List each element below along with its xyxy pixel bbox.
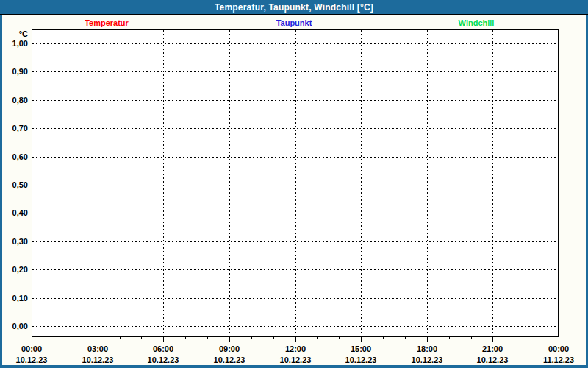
x-axis-date-label: 10.12.23 <box>280 355 312 364</box>
y-axis-tick-label: 0,80 <box>2 96 28 105</box>
y-axis-tick-label: 0,50 <box>2 180 28 189</box>
x-axis-date-label: 10.12.23 <box>412 355 443 364</box>
x-axis-date-label: 10.12.23 <box>16 355 48 364</box>
x-axis-time-label: 09:00 <box>219 344 240 353</box>
x-axis-time-label: 12:00 <box>285 344 306 353</box>
x-axis-date-label: 10.12.23 <box>82 355 114 364</box>
v-gridline <box>98 30 98 336</box>
y-axis-tick-label: 0,40 <box>2 208 28 217</box>
chart-window: Temperatur, Taupunkt, Windchill [°C] Tem… <box>0 0 588 368</box>
x-axis-date-label: 10.12.23 <box>214 355 245 364</box>
y-axis-tick-label: 0,20 <box>2 265 28 274</box>
x-major-tick <box>361 337 362 342</box>
x-axis-time-label: 21:00 <box>482 344 503 353</box>
x-minor-tick <box>251 337 252 339</box>
x-major-tick <box>492 337 493 342</box>
x-major-tick <box>559 337 559 342</box>
x-minor-tick <box>120 337 121 339</box>
legend-item-temperatur: Temperatur <box>85 18 129 28</box>
x-minor-tick <box>405 337 406 339</box>
x-minor-tick <box>537 337 537 339</box>
y-axis-tick-label: 1,00 <box>2 39 28 48</box>
x-minor-tick <box>449 337 450 339</box>
v-gridline <box>427 30 428 336</box>
x-minor-tick <box>471 337 472 339</box>
x-major-tick <box>32 337 32 342</box>
chart-title: Temperatur, Taupunkt, Windchill [°C] <box>215 2 373 13</box>
v-gridline <box>163 30 164 336</box>
x-axis-date-label: 10.12.23 <box>148 355 179 364</box>
x-minor-tick <box>273 337 274 339</box>
y-axis-tick-label: 0,70 <box>2 124 28 132</box>
y-axis-tick-label: 0,90 <box>2 67 28 76</box>
v-gridline <box>361 30 362 336</box>
x-minor-tick <box>207 337 208 339</box>
x-minor-tick <box>185 337 186 339</box>
x-major-tick <box>98 337 98 342</box>
x-axis-time-label: 00:00 <box>21 344 42 353</box>
x-minor-tick <box>383 337 384 339</box>
x-minor-tick <box>76 337 76 339</box>
x-axis-date-label: 10.12.23 <box>477 355 509 364</box>
y-axis-tick-label: 0,30 <box>2 237 28 246</box>
x-major-tick <box>295 337 296 342</box>
x-minor-tick <box>141 337 142 339</box>
x-major-tick <box>163 337 164 342</box>
x-axis-date-label: 10.12.23 <box>345 355 377 364</box>
y-axis-tick-label: 0,10 <box>2 294 28 302</box>
y-axis-tick-label: 0,00 <box>2 322 28 330</box>
x-major-tick <box>427 337 428 342</box>
legend-item-windchill: Windchill <box>459 18 495 28</box>
x-axis-time-label: 03:00 <box>87 344 108 353</box>
legend-item-taupunkt: Taupunkt <box>276 18 312 28</box>
x-axis-time-label: 18:00 <box>417 344 437 353</box>
y-axis-unit-label: °C <box>2 29 28 38</box>
x-axis-time-label: 00:00 <box>548 344 569 353</box>
y-axis-tick-label: 0,60 <box>2 152 28 161</box>
x-axis-time-label: 15:00 <box>351 344 371 353</box>
x-minor-tick <box>317 337 318 339</box>
chart-title-bar: Temperatur, Taupunkt, Windchill [°C] <box>0 0 588 15</box>
v-gridline <box>295 30 296 336</box>
x-minor-tick <box>339 337 340 339</box>
x-axis-date-label: 11.12.23 <box>543 355 574 364</box>
chart-content-area: TemperaturTaupunktWindchill °C 1,000,900… <box>2 15 586 365</box>
v-gridline <box>492 30 493 336</box>
x-minor-tick <box>514 337 515 339</box>
x-major-tick <box>229 337 230 342</box>
v-gridline <box>229 30 230 336</box>
x-axis-time-label: 06:00 <box>153 344 173 353</box>
x-minor-tick <box>54 337 54 339</box>
